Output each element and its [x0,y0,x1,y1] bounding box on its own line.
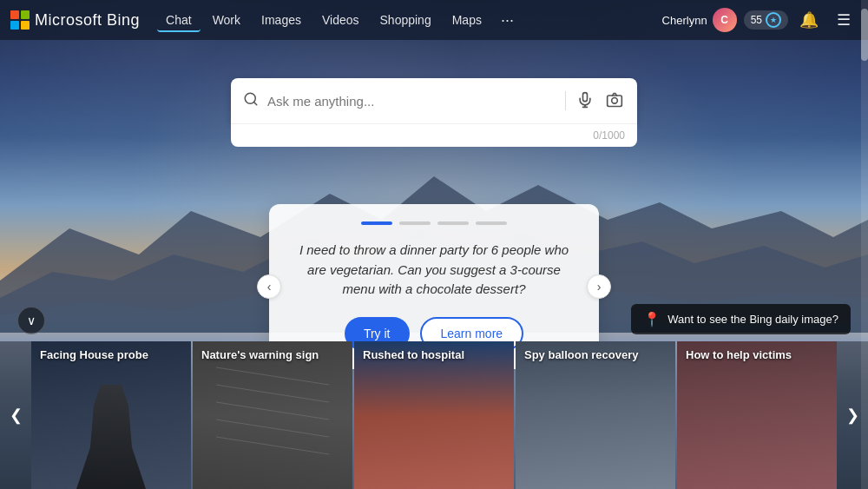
svg-rect-5 [583,92,588,101]
search-bottom: 0/1000 [231,123,637,147]
news-strip: ❮ Facing House probe Nature's w [0,341,868,489]
user-name: Cherlynn [662,14,707,27]
nav-chat[interactable]: Chat [157,8,201,32]
card-title-4: Spy balloon recovery [524,348,667,363]
news-cards: Facing House probe Nature's warning sign… [31,341,837,489]
bing-tip-text: Want to see the Bing daily image? [667,313,838,326]
svg-point-9 [612,97,618,103]
search-icon [243,91,259,111]
nav-videos[interactable]: Videos [313,8,368,32]
bing-logo-text: Microsoft Bing [35,11,140,30]
menu-button[interactable]: ☰ [830,6,858,34]
promo-dots [295,221,573,225]
search-box [231,78,637,123]
nav-right: Cherlynn C 55 ★ 🔔 ☰ [662,6,858,34]
scrollbar-thumb[interactable] [861,9,868,61]
logo[interactable]: Microsoft Bing [10,10,140,30]
svg-line-4 [253,102,256,104]
location-icon: 📍 [643,311,661,327]
dot-2[interactable] [399,221,431,225]
card-photo-5 [677,341,837,489]
microsoft-logo-icon [10,10,30,30]
card-title-1: Facing House probe [40,348,182,363]
nav-maps[interactable]: Maps [444,8,490,32]
news-card-5[interactable]: How to help victims [677,341,837,489]
dot-4[interactable] [476,221,507,225]
nav-shopping[interactable]: Shopping [372,8,440,32]
search-actions [565,89,625,113]
news-next-icon: ❯ [846,406,859,425]
nav-more-icon[interactable]: ··· [494,8,521,33]
card-photo-4 [516,341,675,489]
card-photo-3 [354,341,514,489]
search-input[interactable] [267,94,556,109]
news-card-1[interactable]: Facing House probe [31,341,191,489]
card-title-2: Nature's warning sign [201,348,344,363]
svg-line-10 [216,367,329,385]
logo-green-sq [21,10,30,19]
search-container: 0/1000 [231,78,637,147]
search-divider [565,91,566,110]
news-card-2[interactable]: Nature's warning sign [193,341,352,489]
next-icon: › [597,280,602,294]
bing-image-tip[interactable]: 📍 Want to see the Bing daily image? [631,304,851,334]
svg-line-13 [216,420,329,437]
scroll-down-button[interactable]: ∨ [17,307,45,334]
svg-line-12 [216,402,329,420]
promo-prev-button[interactable]: ‹ [257,274,281,299]
nav-images[interactable]: Images [253,8,310,32]
nav-links: Chat Work Images Videos Shopping Maps ··… [157,8,662,33]
logo-blue-sq [10,21,19,30]
news-card-4[interactable]: Spy balloon recovery [516,341,675,489]
scrollbar[interactable] [861,0,868,489]
notification-button[interactable]: 🔔 [795,6,823,34]
dot-1[interactable] [361,221,392,225]
char-count: 0/1000 [593,129,625,142]
dot-3[interactable] [437,221,469,225]
logo-red-sq [10,10,19,19]
nav-work[interactable]: Work [204,8,249,32]
mic-button[interactable] [575,89,595,113]
promo-next-button[interactable]: › [587,274,611,299]
card-title-3: Rushed to hospital [363,348,505,363]
reward-icon: ★ [766,12,781,28]
avatar: C [713,8,737,32]
navbar: Microsoft Bing Chat Work Images Videos S… [0,0,868,40]
news-prev-icon: ❮ [10,406,23,425]
points-value: 55 [751,14,762,26]
news-card-3[interactable]: Rushed to hospital [354,341,514,489]
prev-icon: ‹ [267,280,272,294]
news-prev-button[interactable]: ❮ [0,341,31,489]
scroll-down-icon: ∨ [27,314,36,327]
card-title-5: How to help victims [686,348,828,363]
svg-line-11 [216,385,329,402]
user-info[interactable]: Cherlynn C [662,8,737,32]
camera-button[interactable] [604,89,625,113]
svg-line-14 [216,437,329,454]
logo-yellow-sq [21,21,30,30]
promo-text: I need to throw a dinner party for 6 peo… [295,241,573,300]
points-badge[interactable]: 55 ★ [744,10,788,30]
